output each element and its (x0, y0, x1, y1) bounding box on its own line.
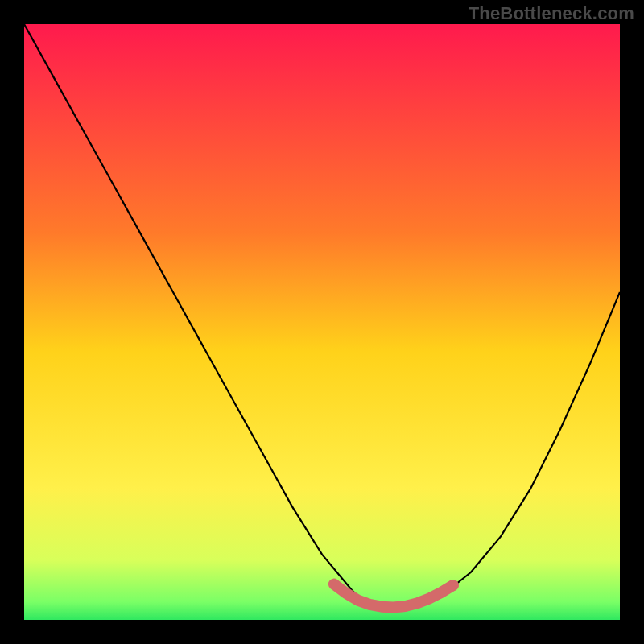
watermark-text: TheBottleneck.com (469, 3, 634, 24)
highlight-end-dot (448, 580, 459, 591)
bottleneck-chart (0, 0, 644, 644)
gradient-background (24, 24, 620, 620)
chart-frame: TheBottleneck.com (0, 0, 644, 644)
